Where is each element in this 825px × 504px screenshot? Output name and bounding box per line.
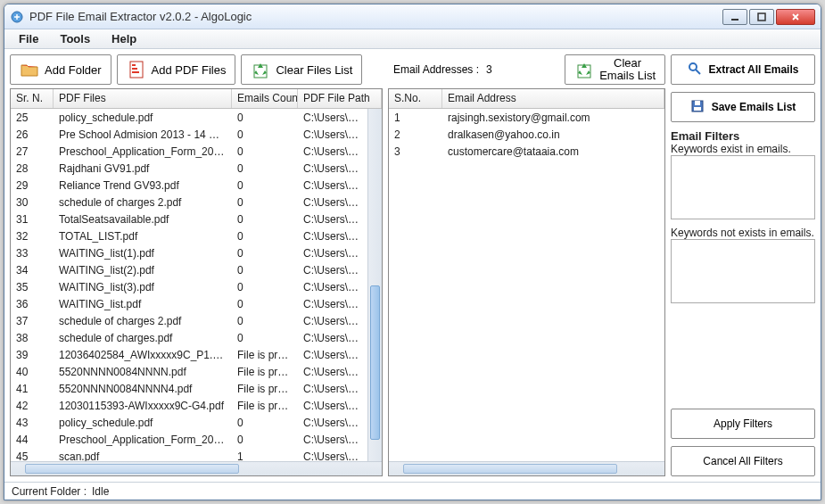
table-row[interactable]: 35WAITING_list(3).pdf0C:\Users\Mar [11, 278, 367, 295]
table-row[interactable]: 3customercare@tataaia.com [389, 143, 650, 160]
menu-help[interactable]: Help [103, 29, 145, 48]
cell-srn: 30 [11, 196, 54, 209]
cell-path: C:\Users\Mar [298, 162, 367, 175]
recycle-icon [574, 60, 594, 79]
table-row[interactable]: 405520NNNN0084NNNN.pdfFile is prot...C:\… [11, 363, 367, 380]
table-row[interactable]: 32TOTAL_LIST.pdf0C:\Users\Mar [11, 227, 367, 244]
files-table-header[interactable]: Sr. N. PDF Files Emails Count PDF File P… [11, 89, 382, 109]
col-pdf-files[interactable]: PDF Files [54, 89, 232, 108]
emails-table[interactable]: S.No. Email Address 1rajsingh.sexistory@… [388, 88, 665, 476]
col-emails-count[interactable]: Emails Count [232, 89, 298, 108]
emails-horizontal-scrollbar[interactable] [389, 461, 664, 475]
cell-count: 0 [232, 196, 298, 209]
table-row[interactable]: 29Reliance Trend GV93.pdf0C:\Users\Mar [11, 177, 367, 194]
cell-count: 1 [232, 450, 298, 462]
clear-files-label: Clear Files List [276, 63, 352, 77]
table-row[interactable]: 28Rajdhani GV91.pdf0C:\Users\Mar [11, 160, 367, 177]
cell-count: 0 [232, 112, 298, 124]
table-row[interactable]: 45scan.pdf1C:\Users\Mar [11, 448, 367, 461]
email-filters-title: Email Filters [671, 129, 815, 143]
keywords-not-exist-input[interactable] [671, 239, 815, 303]
table-row[interactable]: 38schedule of charges.pdf0C:\Users\Mar [11, 329, 367, 346]
magnifier-icon [688, 62, 704, 78]
col-sno[interactable]: S.No. [389, 89, 442, 108]
table-row[interactable]: 37schedule of charges 2.pdf0C:\Users\Mar [11, 312, 367, 329]
table-row[interactable]: 27Preschool_Application_Form_2013_1...0C… [11, 143, 367, 160]
menu-tools[interactable]: Tools [51, 29, 99, 48]
table-row[interactable]: 26Pre School Admision 2013 - 14 Guidel..… [11, 126, 367, 143]
cell-count: 0 [232, 264, 298, 277]
title-bar[interactable]: PDF File Email Extractor v2.0.2 - AlgoLo… [4, 4, 821, 29]
files-table[interactable]: Sr. N. PDF Files Emails Count PDF File P… [10, 88, 383, 476]
table-row[interactable]: 415520NNNN0084NNNN4.pdfFile is prot...C:… [11, 380, 367, 397]
cell-count: File is prot... [232, 349, 298, 361]
cell-count: 0 [232, 162, 298, 175]
svg-point-6 [689, 63, 697, 70]
table-row[interactable]: 43policy_schedule.pdf0C:\Users\Mar [11, 414, 367, 431]
apply-filters-button[interactable]: Apply Filters [671, 409, 815, 439]
table-row[interactable]: 3912036402584_AWIxxxxx9C_P1.pdfFile is p… [11, 346, 367, 363]
cell-srn: 39 [11, 349, 54, 361]
cell-filename: WAITING_list.pdf [54, 298, 232, 310]
cell-path: C:\Users\Mar [298, 281, 367, 293]
menu-file[interactable]: File [10, 29, 47, 48]
svg-rect-8 [695, 101, 700, 105]
table-row[interactable]: 33WAITING_list(1).pdf0C:\Users\Mar [11, 244, 367, 261]
cell-path: C:\Users\Mar [298, 196, 367, 209]
save-label: Save Emails List [712, 101, 796, 113]
cell-srn: 42 [11, 400, 54, 412]
cell-filename: TotalSeatsavailable.pdf [54, 213, 232, 226]
table-row[interactable]: 44Preschool_Application_Form_2013_1...0C… [11, 431, 367, 448]
cell-count: 0 [232, 145, 298, 158]
cell-path: C:\Users\Mar [298, 128, 367, 141]
table-row[interactable]: 36WAITING_list.pdf0C:\Users\Mar [11, 295, 367, 312]
table-row[interactable]: 2dralkasen@yahoo.co.in [389, 126, 650, 143]
table-row[interactable]: 31TotalSeatsavailable.pdf0C:\Users\Mar [11, 211, 367, 227]
cell-count: 0 [232, 247, 298, 260]
cell-path: C:\Users\Mar [298, 450, 367, 462]
cell-srn: 26 [11, 128, 54, 141]
extract-all-emails-button[interactable]: Extract All Emails [671, 54, 815, 85]
folder-icon [20, 60, 39, 79]
cell-count: 0 [232, 434, 298, 446]
files-vertical-scrollbar[interactable] [367, 109, 382, 461]
add-folder-button[interactable]: Add Folder [10, 54, 111, 85]
emails-table-header[interactable]: S.No. Email Address [389, 89, 664, 109]
table-row[interactable]: 30schedule of charges 2.pdf0C:\Users\Mar [11, 194, 367, 211]
col-srn[interactable]: Sr. N. [11, 89, 54, 108]
cell-email: customercare@tataaia.com [442, 145, 650, 158]
close-button[interactable] [776, 9, 815, 25]
cell-sno: 1 [389, 112, 442, 124]
cell-srn: 32 [11, 230, 54, 243]
cell-srn: 38 [11, 332, 54, 344]
cell-srn: 33 [11, 247, 54, 260]
cell-filename: 12030115393-AWIxxxxx9C-G4.pdf [54, 400, 232, 412]
email-count: Email Addresses : 3 [388, 63, 492, 76]
minimize-button[interactable] [722, 9, 747, 25]
cell-count: File is prot... [232, 383, 298, 395]
col-file-path[interactable]: PDF File Path [298, 89, 382, 108]
svg-rect-1 [731, 19, 738, 21]
save-emails-button[interactable]: Save Emails List [671, 92, 815, 122]
cell-srn: 41 [11, 383, 54, 395]
cancel-filters-button[interactable]: Cancel All Filters [671, 446, 815, 476]
col-email-address[interactable]: Email Address [442, 89, 664, 108]
keywords-exist-input[interactable] [671, 155, 815, 219]
clear-emails-button[interactable]: Clear Emails List [565, 54, 665, 85]
keywords-not-exist-label: Keywords not exists in emails. [671, 227, 815, 239]
cell-path: C:\Users\Mar [298, 298, 367, 310]
table-row[interactable]: 4212030115393-AWIxxxxx9C-G4.pdfFile is p… [11, 397, 367, 414]
table-row[interactable]: 34WAITING_list(2).pdf0C:\Users\Mar [11, 261, 367, 278]
cell-path: C:\Users\Mar [298, 383, 367, 395]
add-pdf-button[interactable]: Add PDF Files [117, 54, 236, 85]
cell-path: C:\Users\Mar [298, 366, 367, 378]
cell-filename: 5520NNNN0084NNNN4.pdf [54, 383, 232, 395]
maximize-button[interactable] [749, 9, 774, 25]
table-row[interactable]: 25policy_schedule.pdf0C:\Users\Mar [11, 109, 367, 126]
table-row[interactable]: 1rajsingh.sexistory@gmail.com [389, 109, 650, 126]
files-horizontal-scrollbar[interactable] [11, 461, 382, 475]
status-bar: Current Folder : Idle [4, 482, 821, 500]
clear-files-button[interactable]: Clear Files List [241, 54, 362, 85]
email-count-label: Email Addresses : [393, 63, 479, 76]
add-pdf-label: Add PDF Files [152, 63, 227, 77]
